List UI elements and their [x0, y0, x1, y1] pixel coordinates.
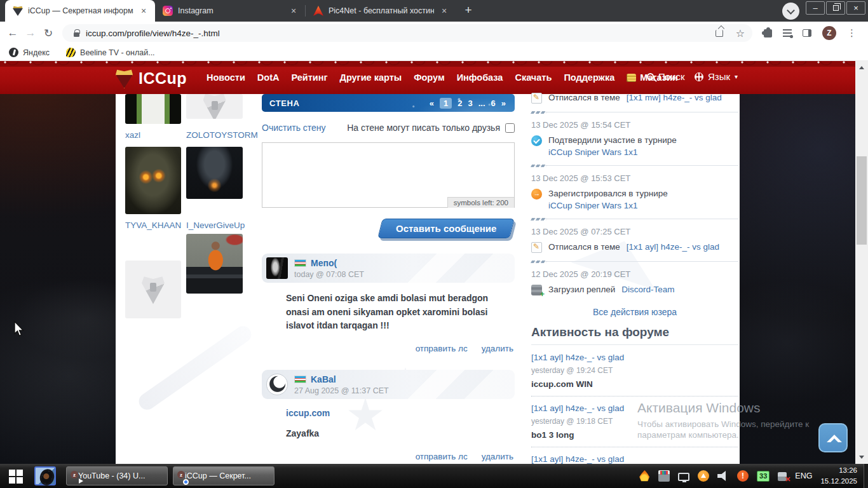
activity-sublink[interactable]: iCCup Sniper Wars 1x1 [548, 147, 638, 157]
activity-entry: Отписался в теме [1x1 mw] h4ze-_- vs gla… [531, 93, 738, 112]
printer-tray-icon[interactable] [658, 470, 670, 482]
friends-only-checkbox[interactable] [505, 123, 515, 133]
clear-wall-link[interactable]: Очистить стену [262, 123, 326, 133]
address-bar[interactable]: iccup.com/profile/view/h4ze-_-.html ☆ [62, 24, 752, 42]
forward-icon[interactable]: → [22, 27, 39, 39]
site-search[interactable]: Поиск [647, 71, 685, 82]
tab-pic4net[interactable]: Pic4Net - бесплатный хостинг к × [306, 0, 456, 22]
tab-close-icon[interactable]: × [139, 6, 149, 16]
share-icon[interactable] [715, 30, 723, 37]
url-text[interactable]: iccup.com/profile/view/h4ze-_-.html [86, 29, 220, 38]
volume-tray-icon[interactable] [717, 470, 729, 482]
flame-tray-icon[interactable] [639, 470, 650, 482]
message-username-link[interactable]: Мепо( [311, 258, 337, 268]
delete-message-link[interactable]: удалить [482, 344, 513, 353]
site-nav-item[interactable]: Форум [414, 72, 445, 83]
bookmark-beeline[interactable]: Beeline TV - онлай... [66, 48, 155, 57]
forum-topic-link[interactable]: [1x1 ayl] h4ze-_- vs glad [531, 403, 738, 413]
bookmark-yandex[interactable]: Яндекс [9, 48, 50, 57]
send-pm-link[interactable]: отправить лс [416, 452, 468, 461]
message-date: today @ 07:08 CET [294, 270, 364, 279]
divider [531, 165, 738, 166]
site-nav-item[interactable]: Поддержка [564, 72, 614, 83]
all-user-actions-link[interactable]: Все действия юзера [593, 307, 677, 317]
demon-avatar[interactable] [186, 147, 243, 199]
tab-instagram[interactable]: Instagram × [155, 0, 305, 22]
friend-name-link[interactable]: I_NeverGiveUp [186, 220, 245, 230]
page-link[interactable]: ... [478, 98, 485, 108]
no-connection-tray-icon[interactable] [778, 472, 787, 481]
page-link[interactable]: 3 [468, 98, 472, 108]
reload-icon[interactable]: ↻ [39, 27, 57, 40]
forum-topic-link[interactable]: [1x1 ayl] h4ze-_- vs glad [531, 353, 738, 362]
tab-search-chevron-button[interactable] [782, 3, 799, 20]
scrollbar-up-arrow[interactable] [855, 62, 868, 73]
dark-photo-avatar[interactable] [266, 257, 288, 279]
back-icon[interactable]: ← [4, 27, 22, 39]
bookmark-star-icon[interactable]: ☆ [736, 27, 745, 39]
page-link[interactable]: 1 [440, 98, 452, 109]
display-network-tray-icon[interactable] [678, 473, 689, 481]
side-panel-icon[interactable] [803, 29, 811, 37]
shield-placeholder-avatar[interactable] [186, 94, 243, 119]
message-username-link[interactable]: KaBal [311, 374, 336, 384]
friend-name-link[interactable]: TYVA_KHAAN [125, 220, 181, 230]
forum-topic-link[interactable]: [1x1 ayl] h4ze-_- vs glad [531, 454, 738, 464]
new-tab-button[interactable]: + [459, 2, 477, 20]
language-menu[interactable]: Язык ▾ [695, 71, 738, 82]
window-restore-button[interactable] [826, 1, 845, 15]
photo-viewer-app-icon[interactable] [34, 466, 56, 485]
post-message-button[interactable]: Оставить сообщение [377, 219, 515, 238]
tab-close-icon[interactable]: × [439, 6, 449, 16]
message-inline-link[interactable]: iccup.com [286, 408, 515, 418]
alert-tray-icon[interactable]: ! [737, 470, 749, 482]
site-nav-item[interactable]: Рейтинг [291, 72, 327, 83]
friend-name-link[interactable]: xazl [125, 130, 140, 140]
page-link[interactable]: « [430, 98, 434, 108]
hooded-figure-avatar[interactable] [125, 147, 181, 214]
page-link[interactable]: 6 [491, 98, 496, 108]
battery-percent-badge[interactable]: 33 [757, 471, 770, 482]
media-playlist-icon[interactable] [783, 29, 792, 37]
delete-message-link[interactable]: удалить [482, 452, 513, 461]
site-nav-item[interactable]: DotA [257, 72, 280, 83]
show-desktop-button[interactable] [864, 464, 868, 488]
page-scrollbar[interactable] [855, 61, 868, 464]
browser-profile-avatar[interactable]: Z [822, 26, 836, 40]
scrollbar-thumb[interactable] [857, 156, 867, 245]
site-nav-item[interactable]: Другие карты [340, 72, 402, 83]
gym-selfie-avatar[interactable] [186, 234, 243, 294]
tab-close-icon[interactable]: × [288, 6, 299, 16]
page-link[interactable]: 2 [458, 98, 462, 108]
site-nav-item[interactable]: Инфобаза [457, 72, 503, 83]
site-nav-item[interactable]: Скачать [515, 72, 552, 83]
activity-link[interactable]: [1x1 ayl] h4ze-_- vs glad [627, 242, 719, 252]
tab-iccup[interactable]: iCCup — Секретная информаци × [5, 0, 155, 22]
activity-link[interactable]: Discord-Team [621, 285, 674, 294]
browser-menu-icon[interactable]: ⋮ [847, 27, 857, 39]
system-tray: ! 33 ENG 13:26 15.12.2025 [639, 464, 864, 488]
activity-link[interactable]: [1x1 mw] h4ze-_- vs glad [627, 93, 722, 102]
activity-sublink[interactable]: iCCup Sniper Wars 1x1 [548, 201, 638, 210]
taskbar-button-youtube[interactable]: z YouTube - (34) U... [66, 466, 168, 485]
scroll-to-top-button[interactable] [818, 423, 848, 452]
scrollbar-down-arrow[interactable] [855, 452, 868, 463]
keyboard-language[interactable]: ENG [795, 471, 812, 480]
page-link[interactable]: » [501, 98, 506, 108]
taskbar-clock[interactable]: 13:26 15.12.2025 [820, 465, 860, 486]
mouse-cursor [14, 321, 25, 337]
site-nav-item[interactable]: Новости [207, 72, 245, 83]
iccup-logo[interactable]: ICCup [116, 69, 187, 88]
friend-name-link[interactable]: ZOLOTOYSTORM [186, 130, 258, 140]
extensions-icon[interactable] [764, 29, 772, 37]
start-button[interactable] [0, 464, 31, 488]
update-tray-icon[interactable] [698, 470, 709, 482]
window-minimize-button[interactable]: – [806, 1, 825, 15]
green-figure-avatar[interactable] [125, 94, 181, 124]
send-pm-link[interactable]: отправить лс [416, 344, 468, 353]
club-logo-avatar[interactable] [266, 374, 288, 395]
message-body: iccup.com Zayafka [262, 399, 515, 441]
shield-placeholder-avatar[interactable] [125, 261, 181, 318]
taskbar-button-iccup[interactable]: z iCCup — Секрет... [173, 466, 275, 485]
window-close-button[interactable]: × [846, 1, 865, 15]
